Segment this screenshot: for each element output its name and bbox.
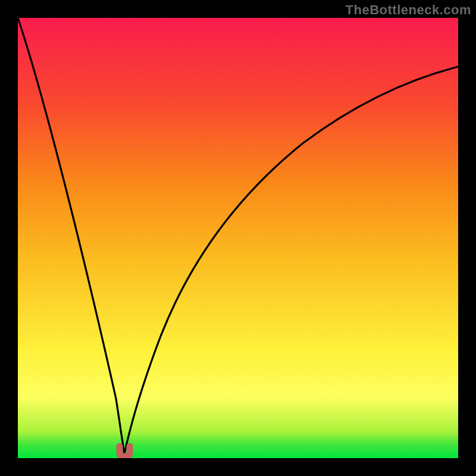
gradient-background xyxy=(18,18,458,458)
chart-frame: TheBottleneck.com xyxy=(0,0,476,476)
attribution-watermark: TheBottleneck.com xyxy=(346,2,471,18)
